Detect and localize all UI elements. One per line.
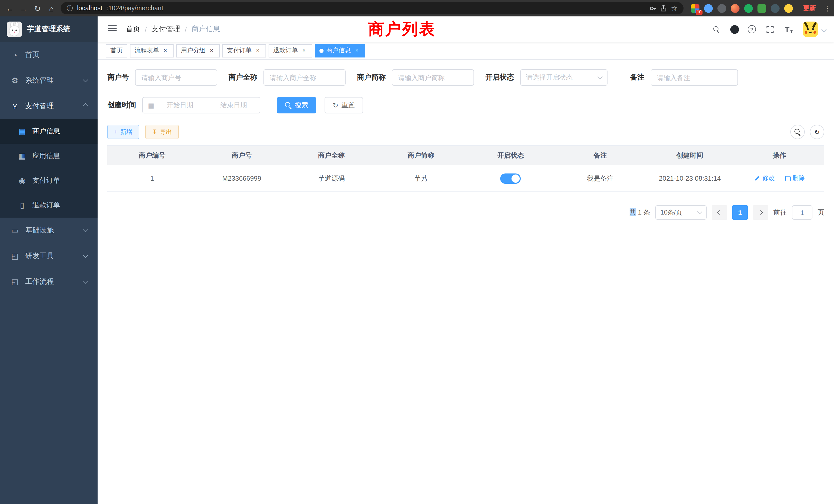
site-info-icon[interactable]: ⓘ <box>67 4 73 13</box>
refresh-icon: ↻ <box>814 128 820 136</box>
tab-user-group[interactable]: 用户分组× <box>176 44 220 57</box>
sidebar-item-infrastructure[interactable]: ▭ 基础设施 <box>0 217 97 243</box>
status-toggle[interactable] <box>501 173 521 183</box>
bookmark-star-icon[interactable]: ☆ <box>671 5 677 12</box>
reload-icon[interactable]: ↻ <box>33 4 42 12</box>
delete-link[interactable]: 删除 <box>785 174 805 183</box>
refresh-table-button[interactable]: ↻ <box>810 125 824 139</box>
tab-pay-order[interactable]: 支付订单× <box>222 44 266 57</box>
sidebar-subitem-pay-order[interactable]: ◉ 支付订单 <box>0 168 97 193</box>
end-date-placeholder[interactable]: 结束日期 <box>213 100 255 110</box>
extensions-puzzle-icon[interactable]: 10 <box>691 4 699 13</box>
tags-view: 首页 流程表单× 用户分组× 支付订单× 退款订单× 商户信息× <box>97 42 834 60</box>
sidebar-subitem-refund-order[interactable]: ▯ 退款订单 <box>0 193 97 217</box>
active-tab-dot <box>320 48 324 53</box>
cell-status <box>466 165 555 192</box>
pagination-total: 共 1 条 <box>629 208 650 217</box>
tab-close-icon[interactable]: × <box>301 47 308 54</box>
tab-close-icon[interactable]: × <box>353 47 360 54</box>
sidebar-item-label: 基础设施 <box>25 226 54 235</box>
export-button[interactable]: ↧导出 <box>145 125 179 139</box>
logo-avatar <box>7 22 22 37</box>
tab-close-icon[interactable]: × <box>208 47 215 54</box>
filter-short-name: 商户简称 <box>357 69 474 86</box>
search-button[interactable]: 搜索 <box>277 97 316 113</box>
home-icon[interactable]: ⌂ <box>47 4 56 12</box>
reset-button[interactable]: ↻重置 <box>325 97 363 113</box>
next-page-button[interactable] <box>753 205 768 220</box>
edit-pencil-icon <box>754 176 760 181</box>
top-navbar: 首页 / 支付管理 / 商户信息 ? TT <box>97 17 834 42</box>
total-prefix: 共 <box>629 208 636 216</box>
breadcrumb-item-pay[interactable]: 支付管理 <box>152 25 180 34</box>
extension-icon[interactable] <box>744 4 753 13</box>
back-icon[interactable]: ← <box>5 4 14 12</box>
font-size-icon[interactable]: TT <box>784 24 794 35</box>
help-icon[interactable]: ? <box>748 25 756 33</box>
filter-row-1: 商户号 商户全称 商户简称 开启状态 请选择开启状态 <box>107 69 824 86</box>
goto-page-input[interactable] <box>792 205 812 220</box>
chevron-down-icon <box>83 278 88 283</box>
tab-process-form[interactable]: 流程表单× <box>130 44 174 57</box>
forward-icon[interactable]: → <box>19 4 28 12</box>
start-date-placeholder[interactable]: 开始日期 <box>159 100 201 110</box>
sidebar-item-system-mgmt[interactable]: ⚙ 系统管理 <box>0 68 97 93</box>
sidebar-item-home[interactable]: ◔ 首页 <box>0 42 97 68</box>
extension-icon[interactable] <box>731 4 740 13</box>
url-path: :1024/pay/merchant <box>107 5 163 12</box>
browser-menu-icon[interactable]: ⋮ <box>824 5 829 12</box>
extension-icon[interactable] <box>784 4 793 13</box>
filter-create-time: 创建时间 ▦ 开始日期 - 结束日期 <box>107 97 260 113</box>
sidebar-item-label: 系统管理 <box>25 76 54 85</box>
gear-icon: ⚙ <box>10 76 20 85</box>
password-key-icon[interactable] <box>650 5 657 12</box>
tab-close-icon[interactable]: × <box>162 47 169 54</box>
extension-icon[interactable] <box>718 4 726 13</box>
filter-label: 商户简称 <box>357 73 386 82</box>
remark-input[interactable] <box>651 69 738 86</box>
prev-page-button[interactable] <box>712 205 727 220</box>
sidebar-subitem-app-info[interactable]: ▦ 应用信息 <box>0 144 97 168</box>
sidebar-subitem-merchant-info[interactable]: ▤ 商户信息 <box>0 119 97 144</box>
app-grid-icon: ▦ <box>18 152 27 161</box>
toggle-search-button[interactable] <box>790 125 805 139</box>
edit-link[interactable]: 修改 <box>754 174 775 183</box>
share-icon[interactable] <box>661 5 667 12</box>
sidebar-toggle[interactable] <box>106 24 118 35</box>
sidebar-item-pay-mgmt[interactable]: ¥ 支付管理 <box>0 93 97 119</box>
red-annotation-text: 商户列表 <box>368 19 436 40</box>
browser-update-button[interactable]: 更新 <box>800 4 819 13</box>
extension-badge: 10 <box>696 9 703 15</box>
user-avatar[interactable] <box>803 22 818 37</box>
tab-merchant-info[interactable]: 商户信息× <box>315 44 365 57</box>
extension-icon[interactable] <box>704 4 713 13</box>
page-size-select[interactable]: 10条/页 <box>655 205 707 220</box>
github-icon[interactable] <box>730 25 739 33</box>
sidebar-item-dev-tools[interactable]: ◰ 研发工具 <box>0 243 97 269</box>
merchant-no-input[interactable] <box>135 69 217 86</box>
toolbox-icon: ◰ <box>10 251 20 261</box>
sidebar: 芋道管理系统 ◔ 首页 ⚙ 系统管理 ¥ 支付管理 <box>0 17 97 504</box>
full-name-input[interactable] <box>263 69 346 86</box>
fullscreen-icon[interactable] <box>765 24 775 35</box>
add-button[interactable]: +新增 <box>107 125 139 139</box>
sidebar-item-label: 工作流程 <box>25 277 54 287</box>
app-title: 芋道管理系统 <box>27 25 70 34</box>
tab-close-icon[interactable]: × <box>254 47 261 54</box>
status-select[interactable]: 请选择开启状态 <box>520 69 608 86</box>
sidebar-item-workflow[interactable]: ◱ 工作流程 <box>0 269 97 295</box>
date-range-picker[interactable]: ▦ 开始日期 - 结束日期 <box>142 97 260 113</box>
delete-label: 删除 <box>792 174 805 183</box>
filter-label: 商户全称 <box>228 73 257 82</box>
short-name-input[interactable] <box>392 69 474 86</box>
search-icon[interactable] <box>711 24 722 35</box>
app-logo[interactable]: 芋道管理系统 <box>0 17 97 42</box>
page-button-1[interactable]: 1 <box>732 205 748 220</box>
address-bar[interactable]: ⓘ localhost:1024/pay/merchant ☆ <box>61 2 683 14</box>
tab-refund-order[interactable]: 退款订单× <box>269 44 312 57</box>
extension-icon[interactable] <box>771 4 780 13</box>
tab-home[interactable]: 首页 <box>106 44 127 57</box>
extension-icon[interactable] <box>758 4 766 13</box>
sidebar-item-label: 商户信息 <box>32 127 60 136</box>
breadcrumb-item-home[interactable]: 首页 <box>126 25 140 34</box>
